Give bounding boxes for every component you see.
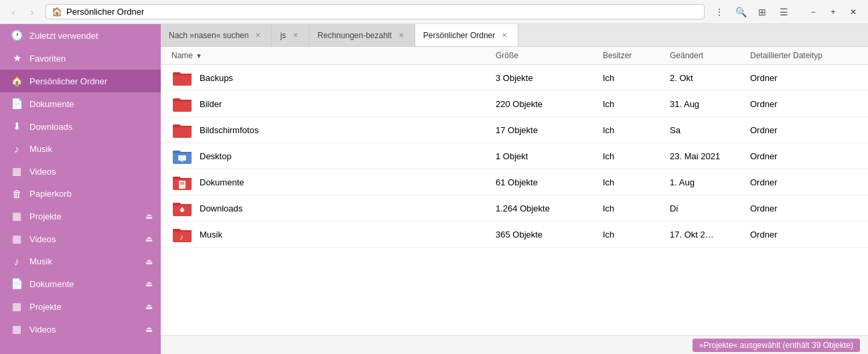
eject-icon[interactable]: ⏏: [145, 325, 153, 334]
file-owner: Ich: [603, 99, 670, 109]
eject-icon[interactable]: ⏏: [145, 302, 153, 311]
file-size: 365 Objekte: [496, 230, 603, 240]
sidebar-item-icon: ▦: [11, 300, 23, 313]
file-modified: 2. Okt: [670, 73, 750, 83]
tab-close-button[interactable]: ✕: [499, 30, 510, 41]
sort-arrow-icon: ▼: [196, 52, 202, 60]
svg-text:♪: ♪: [179, 232, 184, 242]
col-type-header[interactable]: Detaillierter Dateityp: [750, 51, 857, 60]
file-owner: Ich: [603, 151, 670, 161]
svg-rect-0: [178, 155, 186, 161]
eject-icon[interactable]: ⏏: [145, 234, 153, 244]
minimize-button[interactable]: −: [804, 3, 822, 21]
col-owner-header[interactable]: Besitzer: [603, 51, 670, 60]
more-options-button[interactable]: ⋮: [710, 3, 729, 21]
sidebar-item-label: Dokumente: [29, 99, 74, 109]
file-list: Backups3 ObjekteIch2. OktOrdner Bilder22…: [161, 65, 868, 335]
file-name-cell: Bilder: [171, 94, 496, 113]
view-grid-button[interactable]: ⊞: [753, 3, 772, 21]
table-row[interactable]: Backups3 ObjekteIch2. OktOrdner: [161, 65, 868, 91]
file-modified: Di: [670, 203, 750, 213]
sidebar-item-dokumente2[interactable]: 📄Dokumente⏏: [0, 272, 161, 295]
file-modified: 17. Okt 2…: [670, 230, 750, 240]
sidebar-item-musik[interactable]: ♪Musik: [0, 138, 161, 160]
file-type: Ordner: [750, 99, 857, 109]
sidebar-item-icon: ▦: [11, 233, 23, 245]
sidebar-item-icon: ▦: [11, 323, 23, 335]
tab-tab1[interactable]: Nach »nasen« suchen✕: [161, 24, 272, 46]
table-row[interactable]: Bilder220 ObjekteIch31. AugOrdner: [161, 91, 868, 117]
sidebar-item-videos2[interactable]: ▦Videos⏏: [0, 228, 161, 250]
nav-buttons: ‹ ›: [5, 4, 40, 20]
table-row[interactable]: Desktop1 ObjektIch23. Mai 2021Ordner: [161, 143, 868, 169]
col-size-header[interactable]: Größe: [496, 51, 603, 60]
col-name-header[interactable]: Name ▼: [171, 51, 496, 60]
svg-rect-6: [181, 211, 184, 212]
maximize-button[interactable]: +: [824, 3, 843, 21]
back-button[interactable]: ‹: [5, 4, 21, 20]
window-controls: − + ✕: [804, 3, 863, 21]
main-layout: 🕐Zuletzt verwendet★Favoriten🏠Persönliche…: [0, 24, 868, 354]
file-owner: Ich: [603, 230, 670, 240]
file-list-header: Name ▼ Größe Besitzer Geändert Detaillie…: [161, 47, 868, 65]
sidebar-item-zuletzt[interactable]: 🕐Zuletzt verwendet: [0, 24, 161, 47]
forward-button[interactable]: ›: [24, 4, 40, 20]
sidebar-item-icon: ♪: [11, 256, 23, 267]
view-list-button[interactable]: ☰: [774, 3, 793, 21]
file-owner: Ich: [603, 73, 670, 83]
close-button[interactable]: ✕: [844, 3, 863, 21]
eject-icon[interactable]: ⏏: [145, 279, 153, 288]
sidebar-item-icon: ▦: [11, 210, 23, 222]
sidebar-item-label: Videos: [29, 234, 56, 244]
svg-rect-2: [179, 181, 186, 189]
file-owner: Ich: [603, 203, 670, 213]
sidebar: 🕐Zuletzt verwendet★Favoriten🏠Persönliche…: [0, 24, 161, 354]
col-modified-header[interactable]: Geändert: [670, 51, 750, 60]
sidebar-item-dokumente[interactable]: 📄Dokumente: [0, 92, 161, 115]
tab-tab2[interactable]: js✕: [272, 24, 309, 46]
sidebar-item-label: Persönlicher Ordner: [29, 76, 107, 86]
sidebar-item-videos[interactable]: ▦Videos: [0, 160, 161, 183]
sidebar-item-downloads[interactable]: ⬇Downloads: [0, 115, 161, 138]
path-label: Persönlicher Ordner: [66, 7, 144, 17]
sidebar-item-projekte2[interactable]: ▦Projekte⏏: [0, 295, 161, 318]
table-row[interactable]: Dokumente61 ObjekteIch1. AugOrdner: [161, 169, 868, 195]
titlebar-actions: ⋮ 🔍 ⊞ ☰: [710, 3, 793, 21]
file-size: 3 Objekte: [496, 73, 603, 83]
tab-tab4[interactable]: Persönlicher Ordner✕: [415, 24, 518, 46]
sidebar-item-label: Zuletzt verwendet: [29, 31, 98, 41]
table-row[interactable]: ♪ Musik365 ObjekteIch17. Okt 2…Ordner: [161, 222, 868, 248]
sidebar-item-videos3[interactable]: ▦Videos⏏: [0, 318, 161, 341]
file-name-label: Bilder: [200, 99, 222, 109]
file-owner: Ich: [603, 125, 670, 135]
file-name-cell: Desktop: [171, 147, 496, 165]
tab-close-button[interactable]: ✕: [252, 30, 263, 41]
eject-icon[interactable]: ⏏: [145, 211, 153, 221]
table-row[interactable]: Downloads1.264 ObjekteIchDiOrdner: [161, 195, 868, 222]
folder-icon: [171, 173, 193, 191]
search-button[interactable]: 🔍: [731, 3, 750, 21]
folder-icon: [171, 120, 193, 139]
path-bar[interactable]: 🏠 Persönlicher Ordner: [46, 4, 705, 19]
eject-icon[interactable]: ⏏: [145, 257, 153, 266]
sidebar-item-persoenlich[interactable]: 🏠Persönlicher Ordner: [0, 70, 161, 92]
file-size: 1.264 Objekte: [496, 203, 603, 213]
sidebar-item-musik2[interactable]: ♪Musik⏏: [0, 250, 161, 272]
sidebar-item-label: Musik: [29, 144, 52, 154]
folder-icon: [171, 199, 193, 217]
tab-tab3[interactable]: Rechnungen-bezahlt✕: [309, 24, 415, 46]
sidebar-item-papierkorb[interactable]: 🗑Papierkorb: [0, 183, 161, 205]
tab-close-button[interactable]: ✕: [290, 30, 301, 41]
file-modified: 23. Mai 2021: [670, 151, 750, 161]
sidebar-item-label: Downloads: [29, 122, 72, 132]
file-name-cell: Backups: [171, 68, 496, 87]
file-name-cell: Bildschirmfotos: [171, 120, 496, 139]
sidebar-item-projekte1[interactable]: ▦Projekte⏏: [0, 205, 161, 228]
tab-close-button[interactable]: ✕: [396, 30, 407, 41]
sidebar-item-icon: 🗑: [11, 188, 23, 199]
sidebar-item-favoriten[interactable]: ★Favoriten: [0, 47, 161, 70]
status-bar: »Projekte« ausgewählt (enthält 39 Objekt…: [161, 335, 868, 354]
table-row[interactable]: Bildschirmfotos17 ObjekteIchSaOrdner: [161, 117, 868, 143]
file-modified: 1. Aug: [670, 177, 750, 187]
sidebar-item-icon: ★: [11, 52, 23, 64]
